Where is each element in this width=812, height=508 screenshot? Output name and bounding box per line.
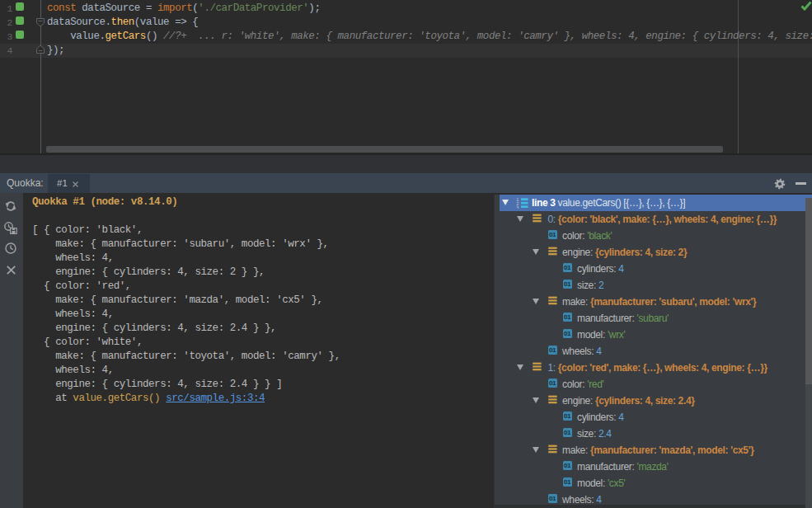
svg-text:3: 3: [516, 205, 519, 209]
